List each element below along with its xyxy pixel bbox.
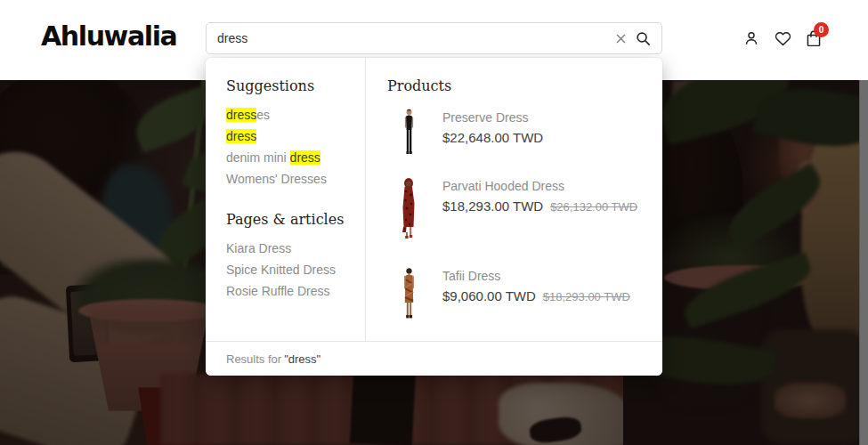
account-icon[interactable] — [742, 28, 761, 48]
suggestion-item[interactable]: denim mini dress — [226, 151, 353, 165]
results-for-link[interactable]: Results for "dress" — [206, 341, 662, 376]
suggestions-heading: Suggestions — [226, 77, 353, 94]
search-bar — [206, 22, 662, 54]
product-price: $18,293.00 TWD — [442, 198, 543, 214]
pages-list: Kiara Dress Spice Knitted Dress Rosie Ru… — [226, 242, 353, 298]
suggestion-item[interactable]: Womens' Dresses — [226, 173, 353, 186]
product-result[interactable]: Tafii Dress $9,060.00 TWD$18,293.00 TWD — [387, 267, 662, 320]
page-scrollbar[interactable] — [859, 80, 868, 445]
pages-articles-heading: Pages & articles — [226, 211, 353, 228]
page-link[interactable]: Kiara Dress — [226, 242, 353, 255]
product-price: $22,648.00 TWD — [442, 130, 543, 145]
suggestions-column: Suggestions dresses dress denim mini dre… — [206, 58, 366, 342]
product-result[interactable]: Parvati Hooded Dress $18,293.00 TWD$26,1… — [387, 177, 662, 239]
results-for-query: "dress" — [284, 352, 320, 366]
suggestion-item[interactable]: dresses — [226, 109, 353, 122]
search-input[interactable] — [207, 31, 610, 45]
suggestion-item[interactable]: dress — [226, 130, 353, 143]
cart-count-badge: 0 — [814, 22, 829, 37]
product-thumbnail-orange-dress — [391, 267, 426, 320]
product-thumbnail-black-dress — [391, 109, 426, 155]
brand-logo[interactable]: Ahluwalia — [41, 23, 176, 50]
product-name: Parvati Hooded Dress — [442, 179, 637, 193]
product-result[interactable]: Preserve Dress $22,648.00 TWD — [387, 109, 662, 155]
clear-search-icon[interactable] — [610, 33, 632, 44]
product-old-price: $26,132.00 TWD — [550, 200, 637, 214]
product-old-price: $18,293.00 TWD — [543, 290, 630, 303]
product-name: Tafii Dress — [442, 269, 630, 283]
header-icon-group: 0 — [742, 28, 823, 48]
search-suggestions-dropdown: Suggestions dresses dress denim mini dre… — [206, 58, 662, 376]
suggestions-list: dresses dress denim mini dress Womens' D… — [226, 109, 353, 186]
page-link[interactable]: Spice Knitted Dress — [226, 263, 353, 277]
cart-bag-icon[interactable]: 0 — [804, 28, 823, 48]
results-for-prefix: Results for — [226, 352, 281, 366]
product-price: $9,060.00 TWD — [442, 288, 536, 303]
product-thumbnail-red-hooded-dress — [391, 177, 426, 239]
products-heading: Products — [387, 77, 662, 94]
product-name: Preserve Dress — [442, 110, 543, 125]
page-link[interactable]: Rosie Ruffle Dress — [226, 285, 353, 298]
search-icon[interactable] — [632, 31, 661, 46]
wishlist-heart-icon[interactable] — [773, 28, 792, 48]
products-column: Products — [366, 58, 662, 342]
